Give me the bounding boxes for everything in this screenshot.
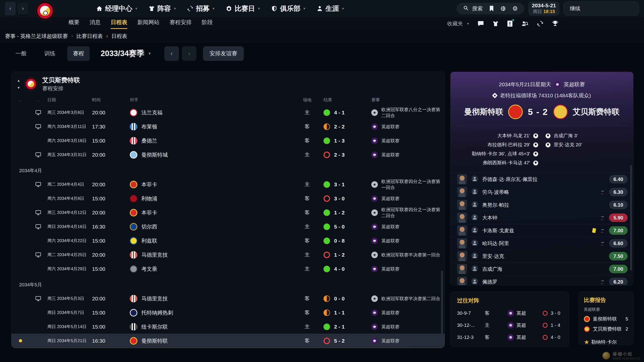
match-report-title[interactable]: 比赛报告 xyxy=(584,296,628,304)
opponent-name[interactable]: 马德里竞技 xyxy=(141,295,168,302)
opponent-name[interactable]: 曼彻斯特联 xyxy=(141,337,168,344)
player-rating-row[interactable]: 佩德罗 →← 6.20 xyxy=(451,276,633,285)
opponent-name[interactable]: 利兹联 xyxy=(141,237,157,244)
nav-career[interactable]: 生涯▾ xyxy=(316,4,344,13)
opponent-name[interactable]: 布莱顿 xyxy=(141,123,157,130)
favorites-dropdown[interactable]: 收藏夹▾ xyxy=(447,20,469,27)
nav-recruitment[interactable]: 招募▾ xyxy=(187,4,215,13)
opponent-name[interactable]: 桑德兰 xyxy=(141,137,157,144)
fixture-row[interactable]: 周六 2034年3月11日 17:30 布莱顿 客 2 - 2 ♚英超联赛 xyxy=(12,120,445,134)
team-cycle-buttons[interactable]: ▴▾ xyxy=(18,78,20,90)
season-dropdown[interactable]: 2033/34赛季▾ xyxy=(101,48,151,59)
opponent-name[interactable]: 切尔西 xyxy=(141,223,157,230)
opponent-name[interactable]: 本菲卡 xyxy=(141,181,157,188)
opponent-name[interactable]: 马德里竞技 xyxy=(141,251,168,258)
chat-icon[interactable] xyxy=(477,21,484,27)
back-button[interactable]: ‹ xyxy=(5,2,16,15)
past-meeting-row[interactable]: 30-9-7 客 ♚英超 3 - 0 xyxy=(457,310,562,316)
fixture-row[interactable]: 周六 2034年4月29日 15:00 考文垂 主 4 - 0 ♚英超联赛 xyxy=(12,262,445,276)
player-rating-row[interactable]: 大本钟 →← 5.90 xyxy=(451,211,633,224)
search-bar[interactable]: 搜索 ⚙ xyxy=(457,3,525,14)
ratings-scrollbar[interactable] xyxy=(630,165,632,270)
nav-squad[interactable]: 阵容▾ xyxy=(148,4,176,13)
player-rating-row[interactable]: 劳乌·波蒂略 →← 6.30 xyxy=(451,186,633,199)
player-name: 卡洛斯·戈麦兹 xyxy=(482,227,592,234)
report-home-team[interactable]: 曼彻斯特联 xyxy=(593,316,617,322)
tab-stages[interactable]: 阶段 xyxy=(202,19,213,29)
past-meeting-row[interactable]: 30-12-... 主 ♚英超 1 - 4 xyxy=(457,322,562,329)
meeting-venue: 主 xyxy=(485,322,507,329)
home-team-name[interactable]: 曼彻斯特联 xyxy=(464,107,503,117)
fixture-row[interactable]: 周日 2034年4月16日 16:30 切尔西 主 5 - 0 ♚英超联赛 xyxy=(12,220,445,234)
globe-icon[interactable] xyxy=(500,6,506,11)
tab-fixture-plan[interactable]: 赛程安排 xyxy=(170,19,192,29)
nav-club[interactable]: 俱乐部▾ xyxy=(271,4,305,13)
player-rating-row[interactable]: 哈玛达·阿里 →← 6.60 xyxy=(451,237,633,250)
prev-season-button[interactable]: ‹ xyxy=(164,46,179,61)
forward-button[interactable]: › xyxy=(18,3,28,14)
man-of-the-match[interactable]: 勒纳特·卡尔 xyxy=(591,339,617,345)
opponent-name[interactable]: 托特纳姆热刺 xyxy=(141,309,173,316)
player-rating-row[interactable]: 卡洛斯·戈麦兹 →← 7.00 xyxy=(451,224,633,237)
player-rating-row[interactable]: 里安·达克 →← 7.50 xyxy=(451,250,633,263)
arrange-friendly-button[interactable]: 安排友谊赛 xyxy=(203,46,244,61)
trophy-icon[interactable] xyxy=(552,20,558,27)
fixture-row[interactable]: 周二 2034年4月25日 20:00 马德里竞技 主 1 - 2 ★欧洲冠军联… xyxy=(12,248,445,262)
filter-tab-general[interactable]: 一般 xyxy=(10,46,32,61)
opponent-name[interactable]: 曼彻斯特城 xyxy=(141,151,168,158)
fixture-row[interactable]: 周日 2034年5月7日 15:00 托特纳姆热刺 客 1 - 1 ♚英超联赛 xyxy=(12,306,445,320)
schedule-scrollbar[interactable] xyxy=(441,270,443,346)
fixture-row[interactable]: 周三 2034年3月8日 20:00 法兰克福 主 4 - 1 ★欧洲冠军联赛八… xyxy=(12,106,445,120)
competition-name: 欧洲冠军联赛四分之一决赛第二回合 xyxy=(381,207,445,219)
gear-icon[interactable]: ⚙ xyxy=(512,6,518,12)
breadcrumb-schedule[interactable]: 日程表 xyxy=(111,33,127,40)
fixture-venue: 主 xyxy=(291,251,324,258)
fixture-row[interactable]: 周六 2034年3月18日 15:00 桑德兰 客 1 - 3 ♚英超联赛 xyxy=(12,134,445,148)
fixture-row[interactable]: 周六 2034年4月8日 15:00 利物浦 客 3 - 0 ♚英超联赛 xyxy=(12,192,445,206)
past-meeting-row[interactable]: 31-12-3 客 ♚英超 4 - 0 xyxy=(457,334,562,341)
nav-manager-home[interactable]: 经理中心▾ xyxy=(96,4,137,13)
opponent-name[interactable]: 利物浦 xyxy=(141,195,157,202)
fixture-date: 周六 2034年3月18日 xyxy=(47,138,92,143)
tab-messages[interactable]: 消息 xyxy=(90,19,101,29)
fixture-row[interactable]: 周二 2034年4月4日 20:00 本菲卡 主 3 - 1 ★欧洲冠军联赛四分… xyxy=(12,177,445,192)
player-rating-row[interactable]: 吉成广海 →← 7.00 xyxy=(451,263,633,276)
filter-tab-schedule[interactable]: 赛程 xyxy=(67,46,90,61)
fixture-row[interactable]: 周日 2034年5月14日 15:00 纽卡斯尔联 主 2 - 1 ♚英超联赛 xyxy=(12,320,445,334)
breadcrumb-fixtures[interactable]: 比赛日程表 xyxy=(76,33,103,40)
premier-league-icon: ♚ xyxy=(554,81,561,88)
fixture-row[interactable]: 周三 2034年5月3日 20:00 马德里竞技 客 0 - 0 ★欧洲冠军联赛… xyxy=(12,292,445,306)
filter-tab-training[interactable]: 训练 xyxy=(39,46,61,61)
fixture-row[interactable]: 周六 2034年4月22日 15:00 利兹联 客 0 - 8 ♚英超联赛 xyxy=(12,234,445,248)
player-rating-row[interactable]: 乔德森·达·席尔瓦·佩雷拉 →← 6.40 xyxy=(451,173,633,186)
tab-schedule[interactable]: 日程表 xyxy=(111,19,127,29)
continue-button[interactable]: 继续 xyxy=(564,2,639,16)
fixture-row[interactable]: 周三 2034年4月12日 20:00 本菲卡 客 1 - 2 ★欧洲冠军联赛四… xyxy=(12,206,445,220)
sync-icon[interactable] xyxy=(537,20,543,27)
scout-icon[interactable] xyxy=(521,20,528,27)
club-crest-logo[interactable] xyxy=(35,1,55,21)
opponent-name[interactable]: 纽卡斯尔联 xyxy=(141,323,168,330)
chevron-down-icon: ▾ xyxy=(303,6,305,11)
report-away-team[interactable]: 艾贝斯费特联 xyxy=(593,326,622,332)
result-indicator-icon xyxy=(324,123,330,130)
opponent-name[interactable]: 法兰克福 xyxy=(141,109,163,116)
fixture-row[interactable]: 周五 2034年3月31日 20:00 曼彻斯特城 主 2 - 3 ♚英超联赛 xyxy=(12,148,445,162)
next-season-button[interactable]: › xyxy=(182,46,196,61)
opponent-name[interactable]: 考文垂 xyxy=(141,265,157,273)
fixture-row[interactable]: 周日 2034年5月21日 16:30 曼彻斯特联 客 5 - 2 ♚英超联赛 xyxy=(12,334,445,348)
tab-news-site[interactable]: 新闻网站 xyxy=(137,19,159,29)
tab-overview[interactable]: 概要 xyxy=(68,19,79,29)
breadcrumb-competition[interactable]: 赛事 - 英格兰足球超级联赛 xyxy=(5,33,68,40)
report-alert-icon[interactable] xyxy=(507,20,513,27)
away-team-name[interactable]: 艾贝斯费特联 xyxy=(573,107,620,117)
opponent-name[interactable]: 本菲卡 xyxy=(141,209,157,216)
goal-icon xyxy=(533,160,538,166)
player-rating-row[interactable]: 奥努尔·帕拉 →← 6.10 xyxy=(451,199,633,211)
substitution-icon: →← xyxy=(600,215,605,220)
schedule-hscrollbar[interactable] xyxy=(409,346,439,347)
bookmark-icon[interactable] xyxy=(489,6,494,11)
nav-matchday[interactable]: 比赛日▾ xyxy=(226,4,260,13)
kit-icon[interactable] xyxy=(493,21,499,27)
competition-name: 欧洲冠军联赛半决赛第一回合 xyxy=(381,252,440,258)
